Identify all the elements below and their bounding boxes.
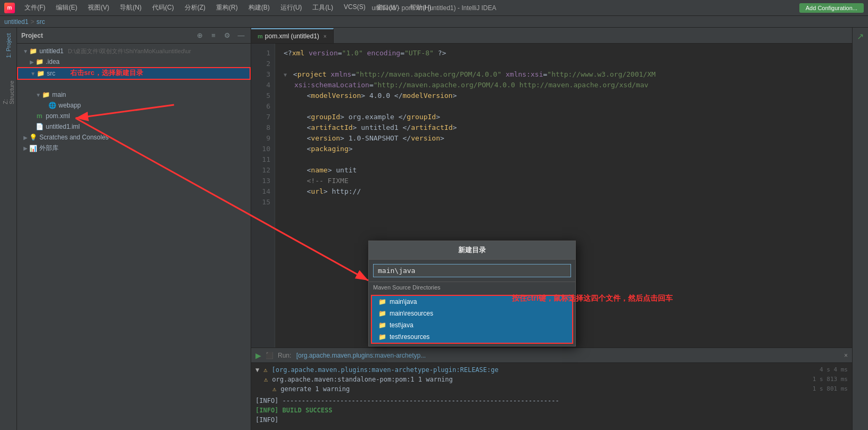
code-line-9: <version> 1.0-SNAPSHOT </version>: [284, 133, 844, 144]
tree-item-iml[interactable]: 📄 untitled1.iml: [17, 121, 251, 132]
menu-nav[interactable]: 导航(N): [114, 1, 147, 14]
tab-pom-xml[interactable]: m pom.xml (untitled1) ×: [251, 28, 334, 43]
run-info-content-1: [INFO] ---------------------------------…: [255, 396, 559, 406]
right-icon-1[interactable]: ↗: [854, 30, 867, 43]
dialog-item-label-4: test\resources: [390, 333, 429, 341]
run-time-3: 1 s 801 ms: [811, 384, 848, 394]
run-config-button[interactable]: Add Configuration...: [799, 3, 864, 13]
menu-view[interactable]: 视图(V): [82, 1, 114, 14]
tree-label-src: src: [47, 70, 55, 77]
dialog-item-main-resources[interactable]: 📁 main\resources: [372, 308, 572, 319]
tree-item-src[interactable]: ▼ 📁 src: [17, 67, 251, 80]
menu-run[interactable]: 运行(U): [275, 1, 308, 14]
tree-arrow-scratches[interactable]: ▶: [22, 135, 29, 140]
dialog-input-area: [369, 260, 575, 282]
run-play-icon[interactable]: ▶: [255, 351, 261, 360]
panel-settings-icon[interactable]: ⚙: [222, 30, 233, 41]
menu-analyze[interactable]: 分析(Z): [179, 1, 211, 14]
run-tab-label: Run:: [278, 352, 291, 359]
tree-arrow-main[interactable]: ▼: [35, 92, 42, 98]
code-line-8: <artifactId> untitled1 </artifactId>: [284, 122, 844, 133]
dialog-item-main-java[interactable]: 📁 main\java: [372, 296, 572, 308]
tree-item-main[interactable]: ▼ 📁 main: [17, 89, 251, 100]
breadcrumb-project[interactable]: untitled1: [4, 18, 28, 26]
dialog-section-header: Maven Source Directories: [369, 282, 575, 293]
tree-arrow-idea[interactable]: ▶: [29, 59, 35, 65]
menu-tools[interactable]: 工具(L): [307, 1, 338, 14]
run-stop-icon[interactable]: ⬛: [266, 352, 274, 359]
folder-icon-dialog-2: 📁: [378, 310, 386, 317]
dialog-item-label-2: main\resources: [390, 310, 433, 317]
dialog-item-test-java[interactable]: 📁 test\java: [372, 319, 572, 331]
side-icons: 1: Project Z: Structure: [0, 28, 17, 430]
panel-hide-icon[interactable]: —: [236, 30, 246, 41]
code-line-12: <name> untit: [284, 165, 844, 176]
dialog-directory-input[interactable]: [373, 264, 571, 277]
run-close-icon[interactable]: ×: [844, 352, 848, 359]
tree-arrow-src[interactable]: ▼: [30, 71, 36, 77]
window-title: untitled1 - pom.xml (untitled1) - Intell…: [371, 4, 496, 12]
code-line-11: [284, 154, 844, 165]
menu-build[interactable]: 构建(B): [243, 1, 275, 14]
menu-refactor[interactable]: 重构(R): [211, 1, 243, 14]
project-icon[interactable]: 1: Project: [2, 30, 15, 62]
run-header: ▶ ⬛ Run: [org.apache.maven.plugins:maven…: [251, 348, 852, 363]
tree-label-untitled1: untitled1: [39, 47, 63, 55]
run-line-3: ⚠ generate 1 warning 1 s 801 ms: [272, 384, 848, 394]
panel-sync-icon[interactable]: ⊕: [194, 30, 205, 41]
folder-icon-idea: 📁: [35, 57, 44, 66]
menu-vcs[interactable]: VCS(S): [338, 1, 371, 14]
dialog-item-test-resources[interactable]: 📁 test\resources: [372, 331, 572, 343]
tree-item-webapp[interactable]: 🌐 webapp: [17, 100, 251, 111]
run-line-warn-icon-2: ⚠: [264, 375, 268, 384]
tab-label: pom.xml (untitled1): [265, 32, 319, 40]
tree-item-extern[interactable]: ▶ 📊 外部库: [17, 143, 251, 154]
panel-collapse-icon[interactable]: ≡: [208, 30, 219, 41]
breadcrumb-sep1: >: [30, 18, 34, 26]
tree-item-pom[interactable]: m pom.xml: [17, 111, 251, 121]
title-bar: m 文件(F) 编辑(E) 视图(V) 导航(N) 代码(C) 分析(Z) 重构…: [0, 0, 868, 16]
tab-close-icon[interactable]: ×: [324, 34, 327, 39]
tree-path-untitled1: D:\桌面文件\双创文件\ShiYanMoKuai\untitled\ur: [68, 47, 191, 55]
run-info-line-3: [INFO]: [255, 415, 848, 425]
folder-icon-dialog-1: 📁: [378, 298, 386, 305]
dialog-item-label-3: test\java: [390, 321, 414, 329]
code-line-6: [284, 101, 844, 112]
run-line-content-1: [org.apache.maven.plugins:maven-archetyp…: [271, 365, 806, 375]
run-output[interactable]: ▼ ⚠ [org.apache.maven.plugins:maven-arch…: [251, 363, 852, 430]
menu-file[interactable]: 文件(F): [19, 1, 51, 14]
code-line-7: <groupId> org.example </groupId>: [284, 112, 844, 122]
run-line-content-2: org.apache.maven:standalone-pom:pom:1 1 …: [272, 375, 806, 384]
breadcrumb-src[interactable]: src: [36, 18, 45, 26]
run-info-content-3: [INFO]: [255, 415, 278, 425]
project-panel: Project ⊕ ≡ ⚙ — ▼ 📁 untitled1 D:\桌面文件\双创…: [17, 28, 251, 430]
dialog-item-label-1: main\java: [390, 298, 417, 305]
dialog-title: 新建目录: [369, 241, 575, 260]
tree-label-pom: pom.xml: [46, 112, 70, 120]
run-tree-icon[interactable]: ▼: [255, 365, 259, 375]
run-plugin-label: [org.apache.maven.plugins:maven-archetyp…: [296, 352, 426, 359]
menu-code[interactable]: 代码(C): [147, 1, 179, 14]
editor-tabs: m pom.xml (untitled1) ×: [251, 28, 852, 44]
run-line-content-3: generate 1 warning: [280, 384, 806, 394]
run-info-line-1: [INFO] ---------------------------------…: [255, 396, 848, 406]
menu-edit[interactable]: 编辑(E): [51, 1, 82, 14]
tree-item-scratches[interactable]: ▶ 💡 Scratches and Consoles: [17, 132, 251, 143]
new-directory-dialog: 新建目录 Maven Source Directories 📁 main\jav…: [368, 241, 576, 346]
run-line-warn-icon-3: ⚠: [272, 384, 276, 394]
tree-item-idea[interactable]: ▶ 📁 .idea: [17, 56, 251, 67]
tree-label-main: main: [52, 91, 66, 98]
tree-arrow-extern[interactable]: ▶: [22, 145, 29, 151]
code-line-3: ▼ <project xmlns="http://maven.apache.or…: [284, 69, 844, 80]
app-logo: m: [4, 3, 15, 13]
panel-header: Project ⊕ ≡ ⚙ —: [17, 28, 251, 44]
code-line-2: [284, 59, 844, 69]
tree-item-untitled1[interactable]: ▼ 📁 untitled1 D:\桌面文件\双创文件\ShiYanMoKuai\…: [17, 46, 251, 56]
folder-icon-main: 📁: [42, 90, 50, 99]
run-time-1: 4 s 4 ms: [811, 365, 848, 375]
tree-label-scratches: Scratches and Consoles: [39, 134, 109, 141]
code-line-1: <?xml version="1.0" encoding="UTF-8" ?>: [284, 48, 844, 59]
structure-icon[interactable]: Z: Structure: [2, 75, 15, 106]
tree-arrow-untitled1[interactable]: ▼: [22, 48, 29, 54]
folder-icon-dialog-4: 📁: [378, 333, 386, 341]
